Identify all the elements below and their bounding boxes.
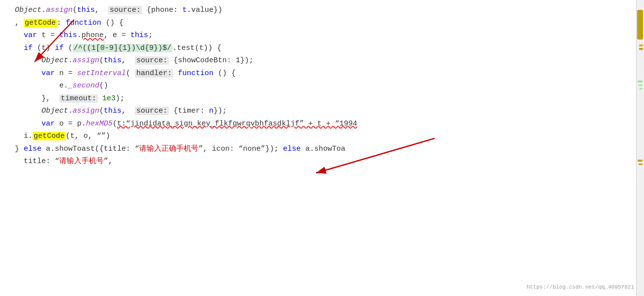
code-token: } else a.showToast({title: “请输入正确手机号”, i… bbox=[15, 143, 345, 156]
code-token: Object.assign(this, source: {showCodeBtn… bbox=[15, 54, 253, 67]
code-token: , getCode: function () { bbox=[15, 17, 123, 30]
code-token: Object.assign(this, source: {timer: n}); bbox=[15, 105, 227, 118]
code-line-10: var o = p.hexMD5(t:“jindidata_sign_key_f… bbox=[15, 118, 644, 130]
watermark: https://blog.csdn.net/qq_40957821 bbox=[526, 283, 634, 292]
code-token: var o = p.hexMD5(t:“jindidata_sign_key_f… bbox=[15, 118, 357, 130]
code-line-1: Object.assign(this, source: {phone: t.va… bbox=[15, 4, 644, 17]
code-line-4: if (t) if (/^((1[0-9]{1})\d{9})$/.test(t… bbox=[15, 42, 644, 55]
code-token: title: “请输入手机号”, bbox=[15, 155, 113, 168]
code-line-2: , getCode: function () { bbox=[15, 17, 644, 30]
code-line-12: } else a.showToast({title: “请输入正确手机号”, i… bbox=[15, 143, 644, 156]
code-line-7: e._second() bbox=[15, 80, 644, 92]
code-token: var t = this.phone, e = this; bbox=[15, 29, 153, 42]
code-token: if (t) if (/^((1[0-9]{1})\d{9})$/.test(t… bbox=[15, 42, 221, 55]
code-line-11: i.getCode(t, o, “”) bbox=[15, 130, 644, 143]
code-token: e._second() bbox=[15, 80, 108, 92]
code-line-13: title: “请输入手机号”, bbox=[15, 155, 644, 168]
code-line-9: Object.assign(this, source: {timer: n}); bbox=[15, 105, 644, 118]
code-token: var n = setInterval( handler: function (… bbox=[15, 67, 236, 80]
code-token: Object.assign(this, source: {phone: t.va… bbox=[15, 4, 222, 17]
code-line-6: var n = setInterval( handler: function (… bbox=[15, 67, 644, 80]
code-line-3: var t = this.phone, e = this; bbox=[15, 29, 644, 42]
code-editor: Object.assign(this, source: {phone: t.va… bbox=[0, 0, 644, 296]
code-token: }, timeout: 1e3); bbox=[15, 92, 124, 105]
scrollbar-thumb[interactable] bbox=[637, 10, 643, 40]
code-line-8: }, timeout: 1e3); bbox=[15, 92, 644, 105]
code-line-5: Object.assign(this, source: {showCodeBtn… bbox=[15, 54, 644, 67]
code-token: i.getCode(t, o, “”) bbox=[15, 130, 110, 143]
scrollbar[interactable] bbox=[636, 0, 644, 296]
